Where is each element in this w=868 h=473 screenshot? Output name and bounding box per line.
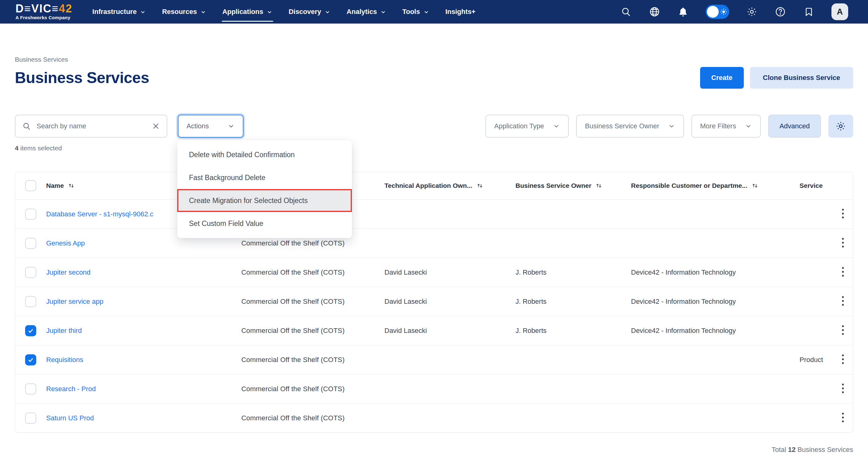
sort-icon[interactable]	[476, 182, 484, 189]
business-service-link[interactable]: Saturn US Prod	[46, 414, 94, 422]
row-menu-button[interactable]	[837, 381, 849, 397]
chevron-down-icon	[324, 9, 331, 15]
row-menu-button[interactable]	[837, 293, 849, 309]
toolbar: Actions Application Type Business Servic…	[15, 115, 853, 138]
row-menu-button[interactable]	[837, 235, 849, 252]
kebab-icon	[841, 208, 845, 219]
cell-application-type: Commercial Off the Shelf (COTS)	[241, 385, 384, 393]
sort-icon[interactable]	[751, 182, 758, 189]
cell-application-type: Commercial Off the Shelf (COTS)	[241, 239, 384, 247]
theme-toggle[interactable]	[706, 5, 729, 19]
search-input[interactable]	[36, 122, 147, 130]
column-header-service[interactable]: Service	[800, 182, 833, 189]
column-header-label: Business Service Owner	[516, 182, 591, 189]
business-service-link[interactable]: Research - Prod	[46, 385, 96, 393]
column-header-responsible-customer-or-departme[interactable]: Responsible Customer or Departme...	[631, 182, 800, 189]
create-button[interactable]: Create	[700, 67, 743, 89]
row-checkbox[interactable]	[25, 238, 36, 249]
nav-item-discovery[interactable]: Discovery	[289, 0, 331, 24]
main-content: Business Services Business Services Crea…	[0, 56, 868, 454]
nav-item-tools[interactable]: Tools	[402, 0, 429, 24]
business-service-link[interactable]: Requisitions	[46, 356, 83, 363]
business-service-link[interactable]: Database Server - s1-mysql-9062.c	[46, 210, 153, 218]
column-settings-button[interactable]	[828, 115, 853, 138]
column-header-technical-application-own[interactable]: Technical Application Own...	[384, 182, 516, 189]
menu-item-delete-with-detailed-confirmation[interactable]: Delete with Detailed Confirmation	[177, 143, 352, 166]
row-checkbox[interactable]	[25, 354, 36, 365]
filter-business-service-owner[interactable]: Business Service Owner	[576, 115, 684, 138]
business-service-link[interactable]: Jupiter third	[46, 327, 82, 334]
column-header-business-service-owner[interactable]: Business Service Owner	[516, 182, 631, 189]
kebab-icon	[841, 267, 845, 277]
table-row-database-server-s1-mysql-9062-c: Database Server - s1-mysql-9062.c Commer…	[15, 199, 853, 229]
row-checkbox[interactable]	[25, 325, 36, 336]
cell-technical-owner: David Lasecki	[384, 298, 516, 306]
menu-item-create-migration-for-selected-objects[interactable]: Create Migration for Selected Objects	[177, 189, 352, 212]
table-row-saturn-us-prod: Saturn US Prod Commercial Off the Shelf …	[15, 403, 853, 433]
nav-item-label: Applications	[222, 8, 263, 16]
notifications-bell-icon[interactable]	[677, 6, 689, 18]
menu-item-label: Set Custom Field Value	[189, 219, 263, 228]
chevron-down-icon	[423, 9, 429, 15]
menu-item-label: Delete with Detailed Confirmation	[189, 151, 294, 159]
globe-icon[interactable]	[649, 6, 660, 18]
row-menu-button[interactable]	[837, 410, 849, 426]
filter-label: Business Service Owner	[585, 122, 659, 130]
business-service-link[interactable]: Jupiter service app	[46, 298, 103, 305]
clear-search-icon[interactable]	[152, 122, 160, 130]
sun-icon	[720, 8, 727, 15]
filters-group: Application Type Business Service Owner …	[486, 115, 853, 138]
business-services-table: Name Technical Application Own... Busine…	[15, 172, 853, 433]
row-menu-button[interactable]	[837, 352, 849, 368]
column-header-label: Responsible Customer or Departme...	[631, 182, 747, 189]
column-header-label: Name	[46, 182, 64, 189]
sort-icon[interactable]	[595, 182, 602, 189]
filter-application-type[interactable]: Application Type	[486, 115, 569, 138]
column-header-label: Technical Application Own...	[384, 182, 472, 189]
business-service-link[interactable]: Jupiter second	[46, 268, 90, 276]
cell-business-service-owner: J. Roberts	[516, 268, 631, 276]
row-checkbox[interactable]	[25, 413, 36, 424]
menu-item-set-custom-field-value[interactable]: Set Custom Field Value	[177, 212, 352, 235]
cell-responsible-customer: Device42 - Information Technology	[631, 298, 800, 306]
row-checkbox[interactable]	[25, 267, 36, 278]
menu-item-label: Fast Background Delete	[189, 174, 266, 182]
row-menu-button[interactable]	[837, 206, 849, 222]
filter-label: Application Type	[494, 122, 544, 130]
primary-nav: Infrastructure Resources Applications Di…	[92, 0, 475, 24]
total-count-text: Total 12 Business Services	[15, 446, 853, 454]
row-menu-button[interactable]	[837, 264, 849, 280]
row-checkbox[interactable]	[25, 209, 36, 220]
row-checkbox[interactable]	[25, 296, 36, 307]
sort-icon[interactable]	[67, 182, 75, 189]
table-header-row: Name Technical Application Own... Busine…	[15, 172, 853, 199]
avatar[interactable]: A	[832, 3, 848, 20]
menu-item-fast-background-delete[interactable]: Fast Background Delete	[177, 166, 352, 189]
row-checkbox[interactable]	[25, 383, 36, 394]
breadcrumb[interactable]: Business Services	[15, 56, 853, 63]
row-menu-button[interactable]	[837, 322, 849, 339]
nav-item-applications[interactable]: Applications	[222, 0, 273, 24]
nav-item-resources[interactable]: Resources	[162, 0, 206, 24]
clone-business-service-button[interactable]: Clone Business Service	[750, 67, 853, 89]
bookmark-icon[interactable]	[803, 6, 815, 18]
select-all-checkbox[interactable]	[25, 180, 36, 191]
chevron-down-icon	[553, 122, 560, 130]
business-service-link[interactable]: Genesis App	[46, 239, 85, 247]
search-box	[15, 115, 167, 138]
advanced-filter-button[interactable]: Advanced	[768, 115, 821, 138]
nav-item-analytics[interactable]: Analytics	[347, 0, 386, 24]
nav-item-label: Resources	[162, 8, 197, 16]
table-row-research-prod: Research - Prod Commercial Off the Shelf…	[15, 374, 853, 403]
top-navbar: D≡VIC≡42 A Freshworks Company Infrastruc…	[0, 0, 868, 24]
device42-logo[interactable]: D≡VIC≡42 A Freshworks Company	[16, 3, 72, 20]
page-title: Business Services	[15, 68, 149, 87]
actions-dropdown-button[interactable]: Actions	[178, 115, 244, 138]
filter-more-filters[interactable]: More Filters	[691, 115, 761, 138]
search-icon[interactable]	[620, 6, 632, 18]
help-icon[interactable]	[774, 6, 786, 18]
cell-application-type: Commercial Off the Shelf (COTS)	[241, 298, 384, 306]
nav-item-infrastructure[interactable]: Infrastructure	[92, 0, 146, 24]
settings-gear-icon[interactable]	[746, 6, 758, 18]
nav-item-insights[interactable]: Insights+	[445, 0, 475, 24]
